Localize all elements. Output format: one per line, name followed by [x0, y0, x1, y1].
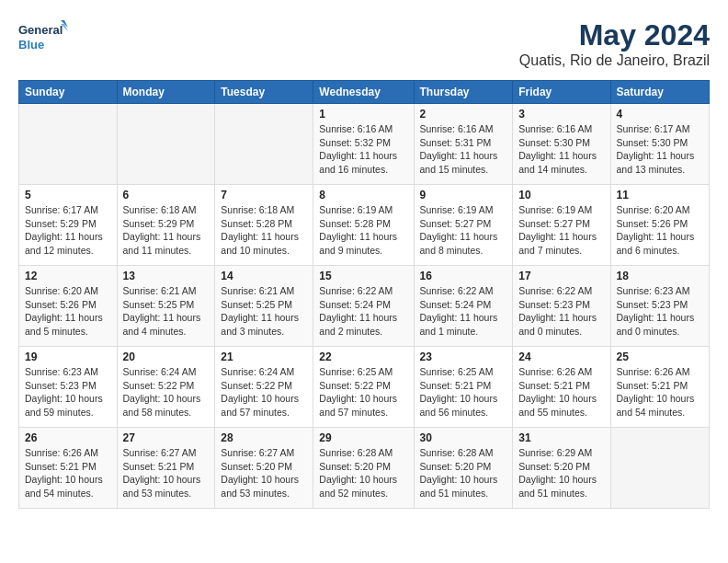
- day-number: 21: [221, 350, 307, 363]
- calendar-cell: 26Sunrise: 6:26 AM Sunset: 5:21 PM Dayli…: [19, 428, 118, 509]
- calendar-cell: [19, 104, 118, 185]
- day-number: 22: [319, 350, 407, 363]
- day-info: Sunrise: 6:22 AM Sunset: 5:23 PM Dayligh…: [518, 284, 604, 339]
- day-info: Sunrise: 6:21 AM Sunset: 5:25 PM Dayligh…: [221, 284, 307, 339]
- col-thursday: Thursday: [414, 81, 513, 104]
- day-number: 27: [123, 431, 210, 444]
- calendar-cell: 17Sunrise: 6:22 AM Sunset: 5:23 PM Dayli…: [513, 266, 610, 347]
- day-info: Sunrise: 6:26 AM Sunset: 5:21 PM Dayligh…: [518, 365, 604, 419]
- calendar-cell: 9Sunrise: 6:19 AM Sunset: 5:27 PM Daylig…: [414, 185, 513, 266]
- day-number: 18: [617, 270, 703, 282]
- day-number: 6: [123, 189, 210, 201]
- calendar-cell: 11Sunrise: 6:20 AM Sunset: 5:26 PM Dayli…: [610, 185, 709, 266]
- day-info: Sunrise: 6:27 AM Sunset: 5:21 PM Dayligh…: [123, 446, 210, 500]
- day-number: 15: [319, 270, 407, 282]
- day-number: 10: [518, 189, 604, 201]
- calendar-cell: 18Sunrise: 6:23 AM Sunset: 5:23 PM Dayli…: [610, 266, 709, 347]
- col-tuesday: Tuesday: [215, 81, 313, 104]
- day-info: Sunrise: 6:22 AM Sunset: 5:24 PM Dayligh…: [319, 284, 407, 339]
- day-number: 20: [123, 350, 210, 363]
- col-wednesday: Wednesday: [313, 81, 414, 104]
- day-info: Sunrise: 6:28 AM Sunset: 5:20 PM Dayligh…: [420, 446, 507, 500]
- calendar-cell: 12Sunrise: 6:20 AM Sunset: 5:26 PM Dayli…: [19, 266, 118, 347]
- calendar-cell: 6Sunrise: 6:18 AM Sunset: 5:29 PM Daylig…: [117, 185, 215, 266]
- logo: General Blue: [18, 18, 68, 55]
- calendar-cell: 27Sunrise: 6:27 AM Sunset: 5:21 PM Dayli…: [117, 428, 215, 509]
- calendar-cell: 10Sunrise: 6:19 AM Sunset: 5:27 PM Dayli…: [513, 185, 610, 266]
- day-info: Sunrise: 6:22 AM Sunset: 5:24 PM Dayligh…: [420, 284, 507, 339]
- calendar-week-5: 26Sunrise: 6:26 AM Sunset: 5:21 PM Dayli…: [19, 428, 710, 509]
- calendar-cell: 31Sunrise: 6:29 AM Sunset: 5:20 PM Dayli…: [513, 428, 610, 509]
- col-monday: Monday: [117, 81, 215, 104]
- day-number: 2: [420, 108, 507, 121]
- page: General Blue May 2024 Quatis, Rio de Jan…: [0, 0, 728, 563]
- day-number: 12: [25, 270, 111, 282]
- day-info: Sunrise: 6:19 AM Sunset: 5:27 PM Dayligh…: [420, 203, 507, 258]
- main-title: May 2024: [519, 18, 710, 52]
- subtitle: Quatis, Rio de Janeiro, Brazil: [519, 52, 710, 69]
- day-number: 19: [25, 350, 111, 363]
- day-number: 28: [221, 431, 307, 444]
- calendar-cell: [215, 104, 313, 185]
- day-number: 17: [518, 270, 604, 282]
- day-info: Sunrise: 6:19 AM Sunset: 5:28 PM Dayligh…: [319, 203, 407, 258]
- day-info: Sunrise: 6:20 AM Sunset: 5:26 PM Dayligh…: [617, 203, 703, 258]
- day-number: 31: [518, 431, 604, 444]
- calendar-cell: 2Sunrise: 6:16 AM Sunset: 5:31 PM Daylig…: [414, 104, 513, 185]
- day-number: 29: [319, 431, 407, 444]
- calendar-table: Sunday Monday Tuesday Wednesday Thursday…: [18, 80, 710, 509]
- day-info: Sunrise: 6:24 AM Sunset: 5:22 PM Dayligh…: [123, 365, 210, 419]
- calendar-cell: 16Sunrise: 6:22 AM Sunset: 5:24 PM Dayli…: [414, 266, 513, 347]
- day-number: 3: [518, 108, 604, 121]
- calendar-cell: [117, 104, 215, 185]
- svg-text:General: General: [18, 23, 63, 37]
- calendar-cell: 13Sunrise: 6:21 AM Sunset: 5:25 PM Dayli…: [117, 266, 215, 347]
- day-number: 1: [319, 108, 407, 121]
- day-number: 14: [221, 270, 307, 282]
- day-info: Sunrise: 6:29 AM Sunset: 5:20 PM Dayligh…: [518, 446, 604, 500]
- day-info: Sunrise: 6:21 AM Sunset: 5:25 PM Dayligh…: [123, 284, 210, 339]
- calendar-week-2: 5Sunrise: 6:17 AM Sunset: 5:29 PM Daylig…: [19, 185, 710, 266]
- calendar-cell: 21Sunrise: 6:24 AM Sunset: 5:22 PM Dayli…: [215, 347, 313, 428]
- calendar-cell: 4Sunrise: 6:17 AM Sunset: 5:30 PM Daylig…: [610, 104, 709, 185]
- calendar-cell: 23Sunrise: 6:25 AM Sunset: 5:21 PM Dayli…: [414, 347, 513, 428]
- day-info: Sunrise: 6:18 AM Sunset: 5:28 PM Dayligh…: [221, 203, 307, 258]
- day-number: 16: [420, 270, 507, 282]
- header: General Blue May 2024 Quatis, Rio de Jan…: [18, 18, 710, 69]
- col-friday: Friday: [513, 81, 610, 104]
- day-number: 8: [319, 189, 407, 201]
- logo-graphic: General Blue: [18, 18, 68, 55]
- day-info: Sunrise: 6:23 AM Sunset: 5:23 PM Dayligh…: [617, 284, 703, 339]
- calendar-cell: 28Sunrise: 6:27 AM Sunset: 5:20 PM Dayli…: [215, 428, 313, 509]
- day-info: Sunrise: 6:16 AM Sunset: 5:31 PM Dayligh…: [420, 122, 507, 177]
- calendar-cell: 8Sunrise: 6:19 AM Sunset: 5:28 PM Daylig…: [313, 185, 414, 266]
- day-info: Sunrise: 6:18 AM Sunset: 5:29 PM Dayligh…: [123, 203, 210, 258]
- day-number: 26: [25, 431, 111, 444]
- day-info: Sunrise: 6:20 AM Sunset: 5:26 PM Dayligh…: [25, 284, 111, 339]
- day-info: Sunrise: 6:25 AM Sunset: 5:22 PM Dayligh…: [319, 365, 407, 419]
- calendar-cell: 22Sunrise: 6:25 AM Sunset: 5:22 PM Dayli…: [313, 347, 414, 428]
- calendar-cell: 7Sunrise: 6:18 AM Sunset: 5:28 PM Daylig…: [215, 185, 313, 266]
- day-info: Sunrise: 6:26 AM Sunset: 5:21 PM Dayligh…: [25, 446, 111, 500]
- calendar-week-4: 19Sunrise: 6:23 AM Sunset: 5:23 PM Dayli…: [19, 347, 710, 428]
- calendar-cell: 19Sunrise: 6:23 AM Sunset: 5:23 PM Dayli…: [19, 347, 118, 428]
- day-number: 30: [420, 431, 507, 444]
- day-info: Sunrise: 6:16 AM Sunset: 5:30 PM Dayligh…: [518, 122, 604, 177]
- day-number: 13: [123, 270, 210, 282]
- day-info: Sunrise: 6:27 AM Sunset: 5:20 PM Dayligh…: [221, 446, 307, 500]
- calendar-cell: 15Sunrise: 6:22 AM Sunset: 5:24 PM Dayli…: [313, 266, 414, 347]
- calendar-cell: 29Sunrise: 6:28 AM Sunset: 5:20 PM Dayli…: [313, 428, 414, 509]
- day-info: Sunrise: 6:28 AM Sunset: 5:20 PM Dayligh…: [319, 446, 407, 500]
- day-number: 4: [617, 108, 703, 121]
- day-info: Sunrise: 6:26 AM Sunset: 5:21 PM Dayligh…: [617, 365, 703, 419]
- calendar-week-1: 1Sunrise: 6:16 AM Sunset: 5:32 PM Daylig…: [19, 104, 710, 185]
- calendar-cell: 3Sunrise: 6:16 AM Sunset: 5:30 PM Daylig…: [513, 104, 610, 185]
- day-info: Sunrise: 6:17 AM Sunset: 5:30 PM Dayligh…: [617, 122, 703, 177]
- day-info: Sunrise: 6:16 AM Sunset: 5:32 PM Dayligh…: [319, 122, 407, 177]
- day-number: 11: [617, 189, 703, 201]
- calendar-cell: [610, 428, 709, 509]
- calendar-cell: 30Sunrise: 6:28 AM Sunset: 5:20 PM Dayli…: [414, 428, 513, 509]
- day-number: 23: [420, 350, 507, 363]
- day-info: Sunrise: 6:17 AM Sunset: 5:29 PM Dayligh…: [25, 203, 111, 258]
- day-number: 5: [25, 189, 111, 201]
